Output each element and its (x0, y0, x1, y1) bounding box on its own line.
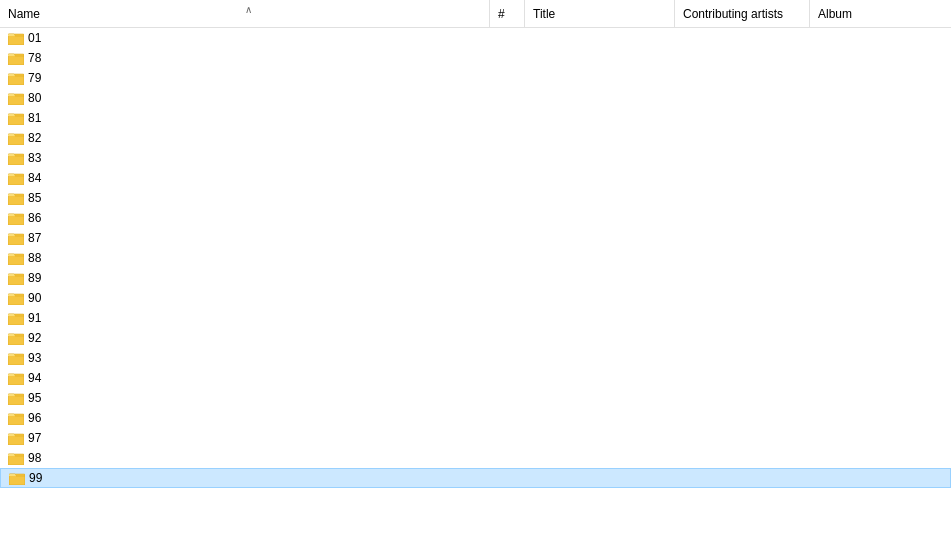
folder-name: 78 (28, 51, 41, 65)
column-headers: Name ∧ # Title Contributing artists Albu… (0, 0, 951, 28)
list-item[interactable]: 78 (0, 48, 951, 68)
list-item[interactable]: 94 (0, 368, 951, 388)
folder-icon (8, 271, 24, 285)
folder-icon (8, 171, 24, 185)
folder-name: 85 (28, 191, 41, 205)
folder-icon (8, 31, 24, 45)
folder-name: 81 (28, 111, 41, 125)
list-item[interactable]: 87 (0, 228, 951, 248)
folder-icon (9, 471, 25, 485)
folder-name: 97 (28, 431, 41, 445)
folder-name: 94 (28, 371, 41, 385)
sort-arrow-icon: ∧ (245, 4, 252, 15)
folder-name: 88 (28, 251, 41, 265)
list-item[interactable]: 81 (0, 108, 951, 128)
folder-name: 84 (28, 171, 41, 185)
folder-icon (8, 331, 24, 345)
folder-name: 96 (28, 411, 41, 425)
folder-name: 95 (28, 391, 41, 405)
col-title-label: Title (533, 7, 555, 21)
folder-icon (8, 431, 24, 445)
list-item[interactable]: 98 (0, 448, 951, 468)
folder-name: 87 (28, 231, 41, 245)
list-item[interactable]: 86 (0, 208, 951, 228)
folder-icon (8, 211, 24, 225)
folder-name: 90 (28, 291, 41, 305)
folder-name: 80 (28, 91, 41, 105)
folder-name: 98 (28, 451, 41, 465)
folder-name: 91 (28, 311, 41, 325)
folder-icon (8, 131, 24, 145)
col-contributing-header[interactable]: Contributing artists (675, 0, 810, 27)
folder-icon (8, 351, 24, 365)
list-item[interactable]: 91 (0, 308, 951, 328)
list-item[interactable]: 85 (0, 188, 951, 208)
list-item[interactable]: 01 (0, 28, 951, 48)
list-item[interactable]: 95 (0, 388, 951, 408)
folder-icon (8, 191, 24, 205)
folder-icon (8, 451, 24, 465)
list-item[interactable]: 84 (0, 168, 951, 188)
list-item[interactable]: 90 (0, 288, 951, 308)
folder-icon (8, 391, 24, 405)
list-item[interactable]: 92 (0, 328, 951, 348)
col-contributing-label: Contributing artists (683, 7, 783, 21)
list-item[interactable]: 83 (0, 148, 951, 168)
col-name-label: Name (8, 7, 40, 21)
folder-icon (8, 251, 24, 265)
folder-icon (8, 71, 24, 85)
list-item[interactable]: 80 (0, 88, 951, 108)
folder-icon (8, 311, 24, 325)
folder-name: 92 (28, 331, 41, 345)
folder-icon (8, 111, 24, 125)
folder-name: 82 (28, 131, 41, 145)
folder-name: 86 (28, 211, 41, 225)
list-item[interactable]: 96 (0, 408, 951, 428)
col-album-label: Album (818, 7, 852, 21)
list-item[interactable]: 79 (0, 68, 951, 88)
folder-icon (8, 231, 24, 245)
file-explorer: Name ∧ # Title Contributing artists Albu… (0, 0, 951, 539)
list-item[interactable]: 82 (0, 128, 951, 148)
list-item[interactable]: 93 (0, 348, 951, 368)
folder-name: 99 (29, 471, 42, 485)
folder-icon (8, 291, 24, 305)
list-item[interactable]: 88 (0, 248, 951, 268)
folder-name: 79 (28, 71, 41, 85)
list-item[interactable]: 89 (0, 268, 951, 288)
col-title-header[interactable]: Title (525, 0, 675, 27)
col-name-header[interactable]: Name ∧ (0, 0, 490, 27)
col-hash-header[interactable]: # (490, 0, 525, 27)
col-album-header[interactable]: Album (810, 0, 951, 27)
list-item[interactable]: 99 (0, 468, 951, 488)
folder-name: 01 (28, 31, 41, 45)
folder-icon (8, 411, 24, 425)
folder-name: 83 (28, 151, 41, 165)
folder-icon (8, 371, 24, 385)
list-item[interactable]: 97 (0, 428, 951, 448)
col-hash-label: # (498, 7, 505, 21)
folder-name: 93 (28, 351, 41, 365)
folder-icon (8, 91, 24, 105)
folder-name: 89 (28, 271, 41, 285)
folder-icon (8, 51, 24, 65)
folder-icon (8, 151, 24, 165)
file-list[interactable]: 01 78 79 80 81 82 (0, 28, 951, 539)
